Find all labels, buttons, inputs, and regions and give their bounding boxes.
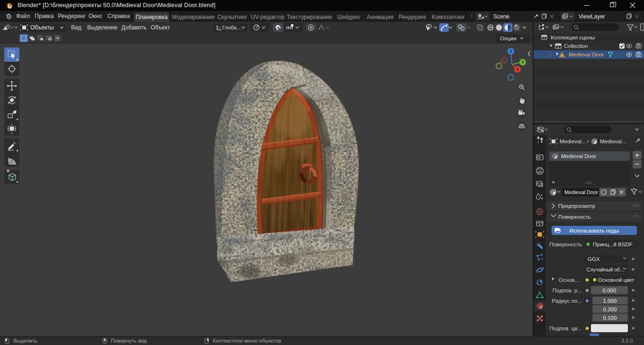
svg-text:Основ...: Основ... xyxy=(559,277,579,283)
svg-text:Вид: Вид xyxy=(71,24,82,31)
svg-text:Medieval Door: Medieval Door xyxy=(561,153,596,159)
svg-text:Y: Y xyxy=(521,60,524,65)
svg-text:GGX: GGX xyxy=(588,256,600,262)
svg-text:Коллекция сцены: Коллекция сцены xyxy=(551,35,595,40)
svg-text:Опции: Опции xyxy=(500,36,517,41)
svg-text:Случайный об...: Случайный об... xyxy=(587,267,624,272)
svg-text:Глоба...: Глоба... xyxy=(222,25,241,30)
svg-text:X: X xyxy=(516,67,519,72)
svg-text:Medieval Door: Medieval Door xyxy=(569,52,604,57)
svg-text:Предпросмотр: Предпросмотр xyxy=(558,203,595,209)
svg-text:0.100: 0.100 xyxy=(603,315,617,321)
svg-text:Medieval Door: Medieval Door xyxy=(564,189,598,195)
svg-text:Добавить: Добавить xyxy=(121,24,146,31)
svg-text:0.200: 0.200 xyxy=(603,307,617,312)
svg-text:Поверхность: Поверхность xyxy=(549,242,582,247)
svg-text:Medieval...: Medieval... xyxy=(560,139,586,144)
svg-text:Поверхность: Поверхность xyxy=(558,214,591,220)
svg-text:0.000: 0.000 xyxy=(603,288,617,293)
svg-text:❮: ❮ xyxy=(527,50,531,56)
svg-text:Z: Z xyxy=(509,49,512,54)
svg-text:Использовать ноды: Использовать ноды xyxy=(570,228,619,233)
svg-text:Объекты: Объекты xyxy=(30,24,54,31)
svg-text:Радиус по...: Радиус по... xyxy=(552,298,582,304)
svg-text:Scene: Scene xyxy=(493,13,509,20)
svg-text:Medieval...: Medieval... xyxy=(600,139,626,144)
svg-text:Подпов. р...: Подпов. р... xyxy=(553,288,582,293)
svg-text:Основной цвет: Основной цвет xyxy=(598,277,634,283)
svg-text:Принц...й BSDF: Принц...й BSDF xyxy=(593,242,633,247)
svg-text:ViewLayer: ViewLayer xyxy=(579,13,605,20)
svg-text:Выделение: Выделение xyxy=(87,24,118,31)
svg-text:Подпов. цв...: Подпов. цв... xyxy=(549,326,582,331)
svg-text:Collection: Collection xyxy=(564,43,588,49)
svg-text:1.000: 1.000 xyxy=(603,298,617,304)
svg-text:Объект: Объект xyxy=(151,24,170,31)
